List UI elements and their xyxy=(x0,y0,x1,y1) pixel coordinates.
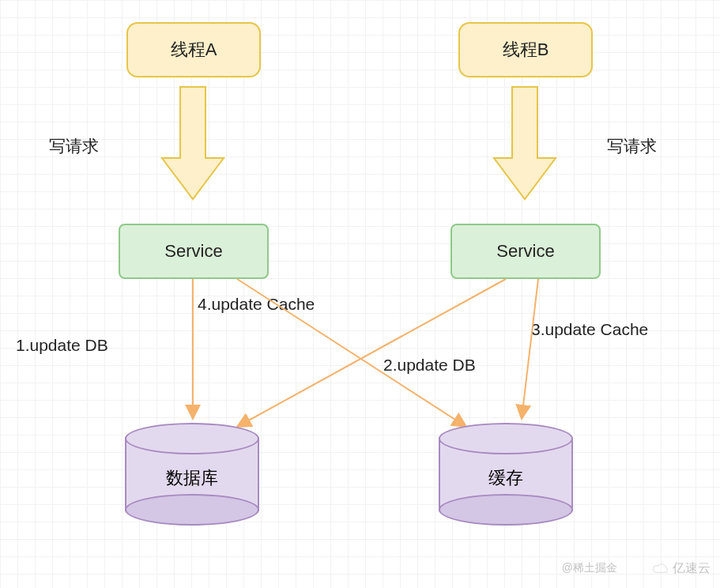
service-b-label: Service xyxy=(496,241,554,262)
cache-bottom xyxy=(439,494,573,526)
cache-top xyxy=(439,423,573,454)
database-cylinder: 数据库 xyxy=(125,423,259,526)
watermark-juejin: @稀土掘金 xyxy=(562,561,617,575)
thread-a-label: 线程A xyxy=(171,38,217,62)
database-bottom xyxy=(125,494,259,526)
write-request-label-b: 写请求 xyxy=(607,135,657,157)
edge-step3 xyxy=(522,279,538,419)
cache-cylinder: 缓存 xyxy=(439,423,573,526)
thread-b-label: 线程B xyxy=(503,38,549,62)
database-top xyxy=(125,423,259,454)
service-b-box: Service xyxy=(450,224,601,279)
thread-a-box: 线程A xyxy=(126,22,261,77)
edge-label-step2: 2.update DB xyxy=(383,356,476,375)
service-a-box: Service xyxy=(119,224,269,279)
big-arrow-a-icon xyxy=(162,87,224,199)
edge-label-step3: 3.update Cache xyxy=(531,320,648,339)
big-arrow-b-icon xyxy=(494,87,556,199)
edge-label-step1: 1.update DB xyxy=(16,336,108,355)
write-request-label-a: 写请求 xyxy=(49,135,99,157)
watermark-yisu-text: 亿速云 xyxy=(673,560,711,577)
cache-label: 缓存 xyxy=(439,466,573,490)
service-a-label: Service xyxy=(164,241,222,262)
watermark-yisu: 亿速云 xyxy=(652,560,711,577)
arrows-layer xyxy=(0,0,720,588)
edge-label-step4: 4.update Cache xyxy=(198,295,315,314)
thread-b-box: 线程B xyxy=(458,22,593,77)
cloud-icon xyxy=(652,563,669,575)
database-label: 数据库 xyxy=(125,466,259,490)
